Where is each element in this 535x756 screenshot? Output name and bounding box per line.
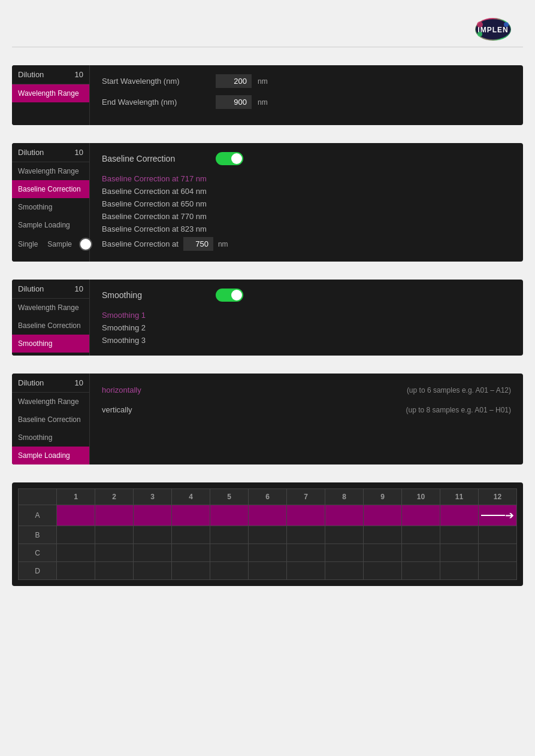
sidebar-item-wavelength-range-1[interactable]: Wavelength Range <box>12 84 89 102</box>
sample-item-vertical[interactable]: vertically (up to 8 samples e.g. A01 – H… <box>102 402 511 417</box>
baseline-toggle-knob <box>231 153 242 164</box>
grid-row-c-label: C <box>19 544 57 562</box>
correction-custom-input[interactable] <box>183 237 213 251</box>
grid-cell-c1[interactable] <box>57 544 95 562</box>
grid-cell-b11[interactable] <box>440 526 479 544</box>
grid-cell-d8[interactable] <box>325 562 364 580</box>
grid-cell-a7[interactable] <box>287 505 325 526</box>
smoothing-toggle-knob <box>231 290 242 300</box>
correction-item-5: Baseline Correction at nm <box>102 235 511 253</box>
grid-cell-d9[interactable] <box>364 562 402 580</box>
grid-cell-b10[interactable] <box>402 526 440 544</box>
smoothing-item-0[interactable]: Smoothing 1 <box>102 309 511 321</box>
panel3-sidebar-header: Dilution 10 <box>12 280 89 299</box>
grid-cell-b2[interactable] <box>95 526 134 544</box>
grid-col-9: 9 <box>364 489 402 505</box>
grid-cell-a10[interactable] <box>402 505 440 526</box>
sidebar-item-wavelength-range-2[interactable]: Wavelength Range <box>12 162 89 180</box>
grid-cell-a9[interactable] <box>364 505 402 526</box>
grid-cell-b8[interactable] <box>325 526 364 544</box>
sidebar-item-sample-loading-4[interactable]: Sample Loading <box>12 447 89 464</box>
grid-cell-c2[interactable] <box>95 544 134 562</box>
horizontal-hint: (up to 6 samples e.g. A01 – A12) <box>407 386 511 394</box>
grid-cell-a4[interactable] <box>172 505 210 526</box>
grid-cell-a5[interactable] <box>210 505 249 526</box>
grid-row-d: D <box>19 562 517 580</box>
sidebar-item-baseline-correction-3[interactable]: Baseline Correction <box>12 317 89 335</box>
start-wavelength-input[interactable] <box>216 74 252 88</box>
smoothing-item-1[interactable]: Smoothing 2 <box>102 321 511 334</box>
grid-cell-a2[interactable] <box>95 505 134 526</box>
grid-cell-a1[interactable] <box>57 505 95 526</box>
grid-col-6: 6 <box>249 489 287 505</box>
grid-cell-b1[interactable] <box>57 526 95 544</box>
panel-sample-loading: Dilution 10 Wavelength Range Baseline Co… <box>12 374 523 464</box>
grid-cell-c7[interactable] <box>287 544 325 562</box>
sidebar-item-smoothing-2[interactable]: Smoothing <box>12 198 89 216</box>
grid-cell-d12[interactable] <box>479 562 517 580</box>
sidebar-item-wavelength-range-4[interactable]: Wavelength Range <box>12 393 89 411</box>
grid-cell-d7[interactable] <box>287 562 325 580</box>
grid-cell-d4[interactable] <box>172 562 210 580</box>
single-sample-toggle[interactable] <box>79 238 92 251</box>
grid-col-8: 8 <box>325 489 364 505</box>
sidebar-item-sample-loading-2[interactable]: Sample Loading <box>12 216 89 234</box>
svg-text:IMPLEN: IMPLEN <box>477 26 508 34</box>
grid-cell-c5[interactable] <box>210 544 249 562</box>
grid-col-12: 12 <box>479 489 517 505</box>
grid-cell-c12[interactable] <box>479 544 517 562</box>
grid-cell-c4[interactable] <box>172 544 210 562</box>
grid-cell-b5[interactable] <box>210 526 249 544</box>
sidebar-item-wavelength-range-3[interactable]: Wavelength Range <box>12 299 89 317</box>
grid-cell-a3[interactable] <box>134 505 172 526</box>
grid-cell-b4[interactable] <box>172 526 210 544</box>
smoothing-toggle[interactable] <box>216 289 243 302</box>
grid-cell-d11[interactable] <box>440 562 479 580</box>
grid-cell-c6[interactable] <box>249 544 287 562</box>
correction-item-3[interactable]: Baseline Correction at 770 nm <box>102 210 511 223</box>
smoothing-title: Smoothing <box>102 290 210 300</box>
smoothing-item-2[interactable]: Smoothing 3 <box>102 334 511 347</box>
grid-row-a: A ➔ <box>19 505 517 526</box>
header: IMPLEN <box>12 12 523 47</box>
grid-cell-d6[interactable] <box>249 562 287 580</box>
sidebar-item-baseline-correction-2[interactable]: Baseline Correction <box>12 180 89 198</box>
grid-cell-c9[interactable] <box>364 544 402 562</box>
grid-cell-b3[interactable] <box>134 526 172 544</box>
correction-item-2[interactable]: Baseline Correction at 650 nm <box>102 198 511 210</box>
sample-item-horizontal[interactable]: horizontally (up to 6 samples e.g. A01 –… <box>102 382 511 397</box>
sidebar-item-smoothing-3[interactable]: Smoothing <box>12 335 89 353</box>
grid-cell-b9[interactable] <box>364 526 402 544</box>
grid-cell-c10[interactable] <box>402 544 440 562</box>
baseline-toggle[interactable] <box>216 152 243 165</box>
svg-point-3 <box>504 22 509 27</box>
end-wavelength-input[interactable] <box>216 95 252 109</box>
grid-cell-c11[interactable] <box>440 544 479 562</box>
grid-cell-a8[interactable] <box>325 505 364 526</box>
grid-cell-b12[interactable] <box>479 526 517 544</box>
grid-col-empty <box>19 489 57 505</box>
start-wavelength-row: Start Wavelength (nm) nm <box>102 74 511 88</box>
grid-col-11: 11 <box>440 489 479 505</box>
grid-cell-d1[interactable] <box>57 562 95 580</box>
grid-cell-a11[interactable] <box>440 505 479 526</box>
panel4-sidebar-header: Dilution 10 <box>12 374 89 393</box>
correction-item-4[interactable]: Baseline Correction at 823 nm <box>102 223 511 235</box>
grid-cell-d10[interactable] <box>402 562 440 580</box>
grid-cell-a12[interactable]: ➔ <box>479 505 517 526</box>
correction-item-1[interactable]: Baseline Correction at 604 nm <box>102 185 511 198</box>
grid-cell-b7[interactable] <box>287 526 325 544</box>
sidebar-item-baseline-correction-4[interactable]: Baseline Correction <box>12 411 89 429</box>
grid-cell-d5[interactable] <box>210 562 249 580</box>
sidebar-item-smoothing-4[interactable]: Smoothing <box>12 429 89 447</box>
svg-point-2 <box>477 22 483 28</box>
grid-cell-a6[interactable] <box>249 505 287 526</box>
grid-cell-d3[interactable] <box>134 562 172 580</box>
end-wavelength-unit: nm <box>258 98 268 107</box>
correction-item-0[interactable]: Baseline Correction at 717 nm <box>102 172 511 185</box>
end-wavelength-row: End Wavelength (nm) nm <box>102 95 511 109</box>
grid-cell-d2[interactable] <box>95 562 134 580</box>
grid-cell-b6[interactable] <box>249 526 287 544</box>
grid-cell-c3[interactable] <box>134 544 172 562</box>
grid-cell-c8[interactable] <box>325 544 364 562</box>
